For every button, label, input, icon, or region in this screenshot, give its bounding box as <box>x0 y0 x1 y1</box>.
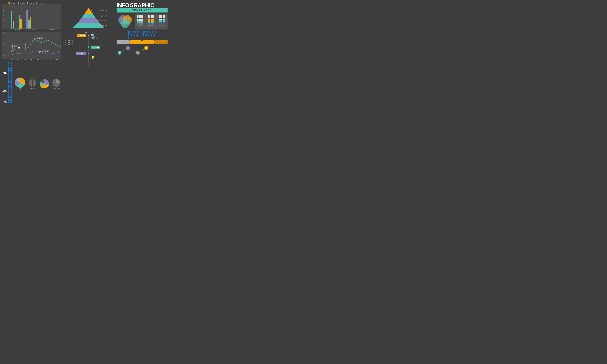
line-chart-yaxis: 7k 5k 3k 1k 0 <box>3 32 4 56</box>
mini-people-50: 👤 👤 👤 👤 👤 👤 <box>8 99 13 103</box>
arrow-steps <box>117 40 168 44</box>
svg-point-21 <box>99 25 100 26</box>
bar-chart-xaxis: PERIOD 1 PERIOD 2 PERIOD 3 <box>2 29 61 30</box>
arrow-step-2 <box>129 40 143 44</box>
svg-text:STEP ONE: STEP ONE <box>105 25 107 26</box>
pie-label-uniform: 10% each portion <box>29 88 36 89</box>
legend-color-4 <box>36 2 37 4</box>
bar-p1-gray <box>13 21 14 29</box>
waffle-period2: PERIOD 2 <box>148 15 154 26</box>
step-one-dot <box>88 35 90 36</box>
waffle-label-p3: PERIOD 3 <box>159 25 165 26</box>
venn-diagram: A B C <box>117 14 133 29</box>
people-teal-group: 👤 👤 👤 👤 👤 👤 👤 👤 👤 <box>128 31 140 39</box>
title-section: INFOGRAPHIC TEMPLATES <box>117 2 168 13</box>
pie-large: ○ 40% ○ 10% ○ 20% <box>14 77 26 90</box>
pie-wedge-svg <box>52 78 61 88</box>
step-one-left: STEP ONE <box>64 34 89 38</box>
timeline-step-two: ○ Put your text here ○ Put your text her… <box>64 46 114 52</box>
svg-text:2: 2 <box>128 47 129 49</box>
waffle-label-p2: PERIOD 2 <box>148 25 154 26</box>
node-diagram-svg: 1 2 3 4 <box>117 46 153 55</box>
bar-p3-yellow <box>30 17 31 29</box>
percent-35: 35% <box>2 90 7 92</box>
step-two-left: ○ Put your text here ○ Put your text her… <box>64 46 89 52</box>
bar-p3-purple <box>26 10 28 29</box>
timeline-step-one: STEP ONE 🔍 <box>64 34 114 38</box>
svg-marker-19 <box>84 8 93 14</box>
svg-point-2 <box>39 51 40 52</box>
search-icon: 🔍 <box>91 34 114 38</box>
legend-label-4: OPTION 04 <box>38 2 43 4</box>
timeline-section: TIMELINE STEP ONE 🔍 <box>63 32 114 66</box>
pie-wedge: 5% each portion <box>52 78 61 89</box>
mini-people-35: 👤 👤 👤 👤 👤 👤 👤 👤 👤 👤 👤 👤 <box>8 85 13 98</box>
infographic-title: INFOGRAPHIC <box>117 2 168 8</box>
legend-color-1 <box>9 2 10 4</box>
legend-label-1: OPTION 01 <box>11 2 16 4</box>
step-three-left: STEP THREE <box>64 52 89 59</box>
waffle-chart: PERIOD 1 <box>135 14 168 29</box>
svg-text:STEP THREE: STEP THREE <box>101 15 107 17</box>
middle-column: STEP ONE STEP TWO STEP THREE STEP FOUR T… <box>62 1 115 103</box>
step-two-dot <box>88 46 90 48</box>
mini-people-70: 👤 👤 👤 👤 👤 👤 👤 👤 👤 👤 👤 👤 👤 👤 <box>8 62 13 84</box>
svg-text:STEP TWO: STEP TWO <box>103 20 107 21</box>
bar-chart-section: OPTION 01 OPTION 02 OPTION 03 OPTION 04 <box>1 1 62 31</box>
svg-text:POINT 03: POINT 03 <box>37 38 42 39</box>
percent-row-35: 35% 👤 👤 👤 👤 👤 👤 👤 👤 👤 👤 👤 👤 <box>2 85 13 98</box>
waffle-label-p1: PERIOD 1 <box>138 25 143 26</box>
step-three-badge: STEP THREE <box>76 52 86 55</box>
pyramid-section: STEP ONE STEP TWO STEP THREE STEP FOUR <box>63 2 114 30</box>
node-diagram: 1 2 3 4 <box>117 46 168 55</box>
legend-color-3 <box>27 2 28 4</box>
svg-marker-17 <box>78 18 100 23</box>
svg-point-24 <box>95 20 96 21</box>
bar-p3-teal <box>28 20 30 29</box>
svg-point-34 <box>120 19 130 28</box>
pie-large-svg <box>14 77 26 88</box>
legend-color-2 <box>18 2 19 4</box>
people-purple-group: 👤 👤 👤 👤 👤 👤 👤 👤 👤 👤 <box>142 31 157 39</box>
step-two-badge: STEP TWO <box>91 46 100 49</box>
infographic-subtitle: TEMPLATES <box>117 8 168 13</box>
bar-group-p1 <box>11 11 14 29</box>
legend-option3: OPTION 03 <box>27 2 34 4</box>
bottom-left: 70% 👤 👤 👤 👤 👤 👤 👤 👤 👤 👤 👤 👤 <box>1 62 62 103</box>
step-three-dot <box>88 53 90 54</box>
svg-text:1: 1 <box>119 52 120 54</box>
line-chart: 7k 5k 3k 1k 0 <box>2 32 61 59</box>
svg-point-1 <box>18 47 20 48</box>
svg-text:POINT 01: POINT 01 <box>12 46 17 47</box>
right-column: INFOGRAPHIC TEMPLATES A B C <box>115 1 169 103</box>
percent-70: 70% <box>2 72 7 74</box>
legend-label-3: OPTION 03 <box>29 2 34 4</box>
percent-row-70: 70% 👤 👤 👤 👤 👤 👤 👤 👤 👤 👤 👤 👤 <box>2 62 13 84</box>
pie-small-uniform: 10% each portion <box>28 78 37 89</box>
svg-text:C: C <box>124 24 126 26</box>
step-two-right: STEP TWO <box>89 46 114 52</box>
waffle-period1: PERIOD 1 <box>137 15 143 26</box>
venn-waffle-row: A B C <box>117 14 168 29</box>
venn-svg: A B C <box>117 14 133 29</box>
waffle-period3: PERIOD 3 <box>159 15 165 26</box>
bar-p1-teal <box>11 11 12 29</box>
bar-group-p3 <box>26 10 31 29</box>
pie-small-svg <box>28 78 37 88</box>
bar-p2-yellow <box>20 19 22 29</box>
bar-chart: 7k 5k 3k 1k 0 <box>2 4 61 29</box>
legend-option4: OPTION 04 <box>36 2 43 4</box>
pyramid-svg: STEP ONE STEP TWO STEP THREE STEP FOUR <box>70 2 107 30</box>
bar-chart-legend: OPTION 01 OPTION 02 OPTION 03 OPTION 04 <box>9 2 61 4</box>
step-one-right: 🔍 <box>89 34 114 38</box>
bulb-icon: 💡 <box>91 56 114 59</box>
percent-people: 70% 👤 👤 👤 👤 👤 👤 👤 👤 👤 👤 👤 👤 <box>2 62 13 103</box>
svg-point-3 <box>34 38 35 39</box>
percent-row-50: 50% 👤 👤 👤 👤 👤 👤 <box>2 99 13 103</box>
line-chart-svg: POINT 01 POINT 02 POINT 03 <box>9 32 61 59</box>
svg-text:A: A <box>121 17 122 19</box>
svg-point-27 <box>92 16 93 16</box>
bar-p2-teal <box>19 15 20 29</box>
pie-label-wedge: 5% each portion <box>53 88 60 89</box>
arrow-step-3 <box>141 40 155 44</box>
